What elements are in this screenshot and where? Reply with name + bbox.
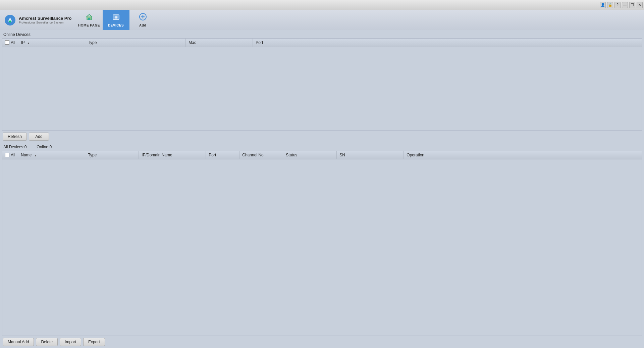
add-icon — [139, 13, 147, 23]
minimize-btn[interactable]: — — [622, 2, 628, 8]
all-devices-tbody — [2, 159, 642, 246]
online-col-ip[interactable]: IP ▲ — [18, 39, 85, 47]
title-bar-controls: 👤 🔒 ? — ❐ ✕ — [600, 2, 643, 8]
all-col-checkbox: All — [2, 151, 18, 159]
name-sort-arrow: ▲ — [34, 154, 37, 157]
online-devices-table-container: All IP ▲ Type Mac Port — [2, 38, 642, 131]
online-col-checkbox: All — [2, 39, 18, 47]
nav-item-homepage[interactable]: HOME PAGE — [76, 10, 103, 30]
all-devices-count: All Devices:0 — [3, 145, 26, 149]
nav-items: HOME PAGE DEVICES Add — [76, 10, 156, 30]
online-count: Online:0 — [37, 145, 52, 149]
all-col-channel: Channel No. — [239, 151, 283, 159]
ip-sort-arrow: ▲ — [27, 42, 30, 45]
all-col-name[interactable]: Name ▲ — [18, 151, 85, 159]
all-col-type: Type — [85, 151, 139, 159]
svg-point-1 — [9, 20, 11, 22]
logo-area: Amcrest Surveillance Pro Professional Su… — [0, 14, 76, 26]
devices-label: DEVICES — [108, 23, 124, 27]
export-button[interactable]: Export — [83, 338, 105, 346]
online-col-mac: Mac — [186, 39, 253, 47]
lock-btn[interactable]: 🔒 — [607, 2, 613, 8]
manual-add-button[interactable]: Manual Add — [3, 338, 34, 346]
all-select-all-checkbox[interactable] — [5, 153, 9, 157]
add-label: Add — [139, 23, 146, 27]
user-btn[interactable]: 👤 — [600, 2, 606, 8]
online-devices-table: All IP ▲ Type Mac Port — [2, 39, 642, 124]
all-col-operation: Operation — [404, 151, 642, 159]
svg-rect-2 — [88, 18, 90, 20]
all-col-sn: SN — [337, 151, 404, 159]
app-subtitle: Professional Surveillance System — [19, 21, 72, 24]
all-col-ipdomain: IP/Domain Name — [139, 151, 206, 159]
svg-point-5 — [115, 16, 117, 18]
homepage-label: HOME PAGE — [78, 23, 100, 27]
app-title: Amcrest Surveillance Pro — [19, 16, 72, 21]
all-devices-section: All Devices:0 Online:0 All Name ▲ — [0, 143, 644, 336]
online-col-all-label: All — [11, 40, 15, 45]
all-devices-button-row: Manual Add Delete Import Export — [0, 336, 644, 348]
main-content: Online Devices: All IP ▲ Ty — [0, 30, 644, 348]
logo-text: Amcrest Surveillance Pro Professional Su… — [19, 16, 72, 24]
nav-bar: Amcrest Surveillance Pro Professional Su… — [0, 10, 644, 30]
nav-item-devices[interactable]: DEVICES — [103, 10, 129, 30]
maximize-btn[interactable]: ❐ — [629, 2, 635, 8]
home-icon — [85, 13, 93, 23]
online-select-all-checkbox[interactable] — [5, 40, 9, 45]
title-bar: 👤 🔒 ? — ❐ ✕ — [0, 0, 644, 10]
close-btn[interactable]: ✕ — [637, 2, 643, 8]
app-logo-icon — [4, 14, 16, 26]
online-col-type: Type — [85, 39, 186, 47]
online-button-row: Refresh Add — [0, 131, 644, 143]
import-button[interactable]: Import — [60, 338, 81, 346]
all-col-status: Status — [283, 151, 337, 159]
online-table-header-row: All IP ▲ Type Mac Port — [2, 39, 642, 47]
online-devices-tbody — [2, 47, 642, 124]
online-add-button[interactable]: Add — [29, 133, 49, 141]
all-table-header-row: All Name ▲ Type IP/Domain Name Port Chan… — [2, 151, 642, 159]
all-devices-table: All Name ▲ Type IP/Domain Name Port Chan… — [2, 151, 642, 246]
all-devices-table-container: All Name ▲ Type IP/Domain Name Port Chan… — [2, 151, 642, 336]
nav-item-add[interactable]: Add — [129, 10, 156, 30]
devices-icon — [112, 13, 120, 23]
delete-button[interactable]: Delete — [36, 338, 58, 346]
online-devices-label: Online Devices: — [0, 30, 644, 38]
online-devices-section: Online Devices: All IP ▲ Ty — [0, 30, 644, 131]
online-col-port: Port — [253, 39, 642, 47]
stats-row: All Devices:0 Online:0 — [0, 143, 644, 151]
all-col-all-label: All — [11, 153, 15, 157]
refresh-button[interactable]: Refresh — [3, 133, 27, 141]
all-col-port: Port — [206, 151, 239, 159]
help-btn[interactable]: ? — [614, 2, 621, 8]
